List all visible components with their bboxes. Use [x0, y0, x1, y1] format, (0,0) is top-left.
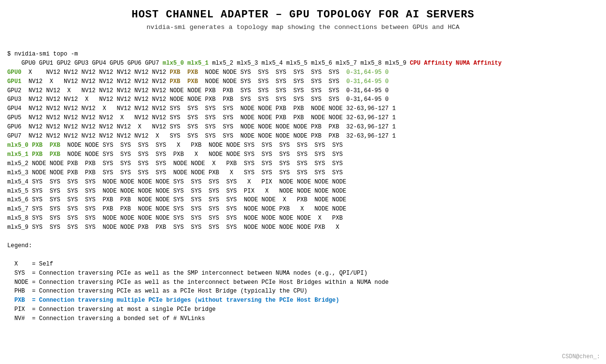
legend-title: Legend: [7, 242, 32, 249]
watermark: CSDN@chen_: [562, 353, 600, 360]
command-line: $ nvidia-smi topo -m [7, 51, 78, 57]
page-container: HOST CHANNEL ADAPTER – GPU TOPOLOGY FOR … [0, 0, 606, 364]
terminal-block: $ nvidia-smi topo -m GPU0 GPU1 GPU2 GPU3… [7, 41, 599, 323]
page-subtitle: nvidia-smi generates a topology map show… [7, 24, 599, 31]
page-title: HOST CHANNEL ADAPTER – GPU TOPOLOGY FOR … [7, 9, 599, 21]
